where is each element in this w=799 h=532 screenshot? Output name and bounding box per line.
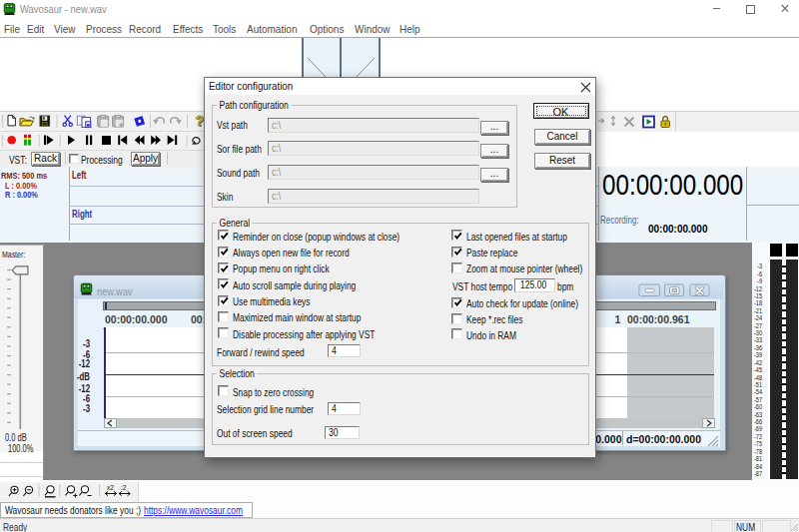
svg-text:?: ? (195, 113, 204, 129)
svg-text::2: :2 (121, 484, 127, 491)
svg-text:x2: x2 (107, 484, 114, 491)
